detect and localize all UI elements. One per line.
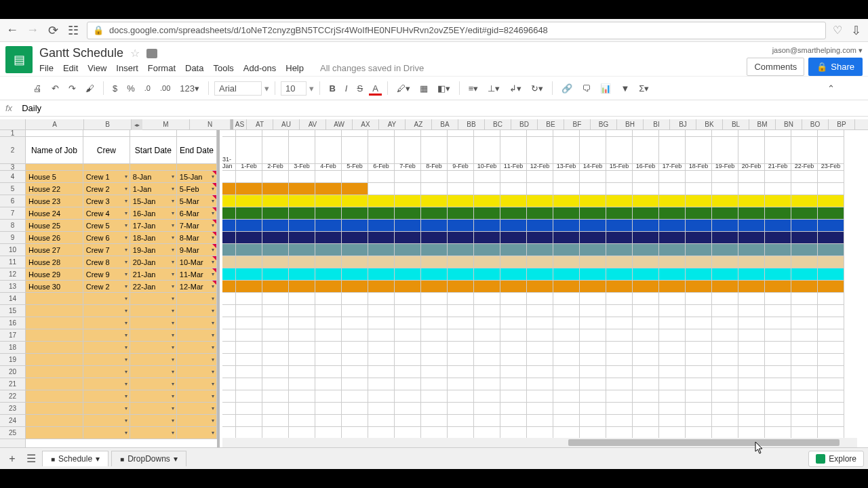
cell[interactable]: 1-Jan▾ (130, 183, 177, 195)
cell[interactable]: 20-Jan▾ (130, 256, 177, 268)
cell[interactable]: ▾ (177, 293, 217, 305)
cell[interactable] (236, 268, 262, 281)
cell[interactable] (222, 256, 236, 268)
cell[interactable] (791, 137, 818, 164)
dropdown-icon[interactable]: ▾ (125, 393, 127, 399)
note-indicator[interactable] (212, 220, 216, 224)
cell[interactable] (315, 342, 342, 354)
dropdown-icon[interactable]: ▾ (172, 320, 174, 326)
cell[interactable] (500, 256, 527, 268)
cell[interactable] (791, 305, 818, 317)
share-button[interactable]: 🔒Share (808, 58, 863, 76)
cell[interactable] (500, 130, 527, 137)
cell[interactable] (765, 220, 791, 232)
cell[interactable]: ▾ (177, 305, 217, 317)
row-header[interactable]: 5 (0, 183, 25, 195)
cell[interactable] (686, 244, 712, 256)
cell[interactable] (474, 415, 500, 427)
cell[interactable] (421, 183, 448, 195)
cell[interactable] (222, 293, 236, 305)
cell[interactable]: ▾ (130, 427, 177, 439)
row-header[interactable]: 9 (0, 232, 25, 244)
cell[interactable] (262, 317, 289, 329)
cell[interactable] (527, 183, 553, 195)
dropdown-icon[interactable]: ▾ (125, 405, 127, 411)
cell[interactable] (500, 195, 527, 207)
cell[interactable] (738, 183, 765, 195)
horizontal-scrollbar[interactable] (222, 438, 857, 447)
cell[interactable] (791, 195, 818, 207)
cell[interactable] (448, 130, 474, 137)
cell[interactable] (738, 354, 765, 366)
sheets-logo[interactable]: ▤ (5, 46, 33, 73)
cell[interactable] (659, 244, 686, 256)
menu-add-ons[interactable]: Add-ons (243, 63, 276, 73)
cell[interactable] (712, 342, 738, 354)
cell[interactable] (448, 232, 474, 244)
cell[interactable] (818, 130, 844, 137)
cell[interactable]: House 25 (26, 220, 83, 232)
dropdown-icon[interactable]: ▾ (172, 247, 174, 253)
dropdown-icon[interactable]: ▾ (125, 308, 127, 314)
reload-button[interactable]: ⟳ (46, 23, 60, 38)
cell[interactable]: ▾ (130, 403, 177, 415)
cell[interactable] (421, 390, 448, 403)
cell[interactable] (580, 415, 606, 427)
cell[interactable] (527, 342, 553, 354)
cell[interactable] (289, 171, 315, 183)
note-indicator[interactable] (212, 207, 216, 211)
dropdown-icon[interactable]: ▾ (172, 174, 174, 180)
cell[interactable] (712, 390, 738, 403)
col-header[interactable]: AS (233, 119, 247, 129)
apps-icon[interactable]: ☷ (66, 23, 80, 38)
dropdown-icon[interactable]: ▾ (212, 332, 214, 338)
cell[interactable] (818, 268, 844, 281)
cell[interactable] (222, 317, 236, 329)
cell[interactable] (342, 354, 368, 366)
add-sheet-button[interactable]: + (4, 451, 20, 467)
cell[interactable] (448, 366, 474, 378)
cell[interactable] (500, 232, 527, 244)
cell[interactable]: House 22 (26, 183, 83, 195)
row-header[interactable]: 14 (0, 293, 25, 305)
cell[interactable]: ▾ (177, 354, 217, 366)
cell[interactable]: ▾ (130, 415, 177, 427)
note-indicator[interactable] (212, 281, 216, 285)
cell[interactable] (315, 293, 342, 305)
cell[interactable] (368, 281, 395, 293)
cell[interactable] (315, 354, 342, 366)
col-header[interactable]: AZ (406, 119, 432, 129)
cell[interactable] (659, 171, 686, 183)
dropdown-icon[interactable]: ▾ (125, 332, 127, 338)
cell[interactable] (474, 378, 500, 390)
menu-data[interactable]: Data (185, 63, 203, 73)
cell[interactable] (738, 342, 765, 354)
cell[interactable] (448, 183, 474, 195)
cell[interactable] (527, 195, 553, 207)
cell[interactable] (527, 268, 553, 281)
cell[interactable] (289, 366, 315, 378)
cell[interactable] (236, 256, 262, 268)
cell[interactable] (222, 183, 236, 195)
cell[interactable] (633, 281, 659, 293)
cell[interactable]: Crew 1▾ (83, 171, 130, 183)
col-header[interactable]: A (26, 119, 84, 129)
cell[interactable]: End Date (177, 137, 217, 164)
menu-help[interactable]: Help (285, 63, 304, 73)
cell[interactable]: House 24 (26, 207, 83, 220)
cell[interactable] (633, 220, 659, 232)
spreadsheet-grid[interactable]: A B ◂▸ M N ASATAUAVAWAXAYAZBABBBCBDBEBFB… (0, 119, 868, 447)
cell[interactable] (553, 207, 580, 220)
col-header[interactable]: AY (379, 119, 406, 129)
cell[interactable] (791, 256, 818, 268)
cell[interactable]: ▾ (177, 378, 217, 390)
cell[interactable] (26, 403, 83, 415)
cell[interactable] (633, 403, 659, 415)
cell[interactable] (553, 137, 580, 164)
col-header[interactable]: BI (644, 119, 670, 129)
frozen-pane[interactable]: Name of JobCrewStart DateEnd DateHouse 5… (26, 130, 220, 447)
cell[interactable] (686, 317, 712, 329)
cell[interactable] (395, 195, 421, 207)
cell[interactable] (686, 232, 712, 244)
cell[interactable]: 10-Mar▾ (177, 256, 217, 268)
